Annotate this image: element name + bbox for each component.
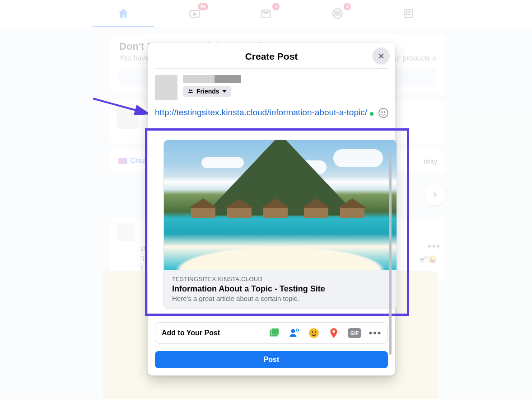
svg-point-7 xyxy=(189,89,191,91)
add-to-post-bar: Add to Your Post GIF ••• xyxy=(155,322,388,344)
add-feeling-button[interactable] xyxy=(308,327,320,339)
svg-point-8 xyxy=(191,90,192,91)
svg-point-17 xyxy=(312,331,313,333)
preview-image xyxy=(164,140,397,270)
svg-point-11 xyxy=(384,112,385,113)
add-tag-button[interactable] xyxy=(288,327,300,339)
emoji-icon xyxy=(378,108,389,118)
modal-close-button[interactable] xyxy=(373,47,390,65)
svg-point-19 xyxy=(332,330,335,333)
create-post-modal: Create Post Friends http://testingsitex.… xyxy=(148,43,395,376)
svg-point-16 xyxy=(309,328,319,338)
friends-icon xyxy=(187,88,194,94)
svg-point-9 xyxy=(379,108,388,117)
modal-header: Create Post xyxy=(155,43,388,69)
modal-title: Create Post xyxy=(155,51,388,62)
add-location-button[interactable] xyxy=(328,327,340,339)
more-options-button[interactable]: ••• xyxy=(369,327,381,339)
audience-label: Friends xyxy=(196,88,219,95)
submit-post-button[interactable]: Post xyxy=(155,351,388,368)
svg-point-18 xyxy=(315,331,316,333)
svg-point-14 xyxy=(291,329,295,333)
photo-icon xyxy=(268,327,280,339)
chevron-down-icon xyxy=(222,90,227,93)
svg-point-10 xyxy=(382,112,383,113)
user-avatar xyxy=(155,75,177,100)
add-to-post-label: Add to Your Post xyxy=(162,329,220,337)
add-photo-button[interactable] xyxy=(268,327,280,339)
preview-domain: TESTINGSITEX.KINSTA.CLOUD xyxy=(172,276,388,282)
audience-selector[interactable]: Friends xyxy=(183,86,231,97)
close-icon xyxy=(377,52,386,61)
post-text-input[interactable]: http://testingsitex.kinsta.cloud/informa… xyxy=(155,108,388,117)
add-gif-button[interactable]: GIF xyxy=(348,328,361,338)
scrollbar-thumb[interactable] xyxy=(389,153,392,355)
composer-body: http://testingsitex.kinsta.cloud/informa… xyxy=(148,100,395,316)
preview-title: Information About a Topic - Testing Site xyxy=(172,284,388,294)
preview-description: Here's a great article about a certain t… xyxy=(172,295,388,302)
emoji-picker-button[interactable] xyxy=(378,108,389,118)
link-preview-card: TESTINGSITEX.KINSTA.CLOUD Information Ab… xyxy=(163,140,397,309)
preview-meta: TESTINGSITEX.KINSTA.CLOUD Information Ab… xyxy=(164,270,397,309)
annotation-highlight: TESTINGSITEX.KINSTA.CLOUD Information Ab… xyxy=(145,128,409,316)
composer-header: Friends xyxy=(148,69,395,100)
svg-rect-13 xyxy=(271,328,279,335)
feeling-icon xyxy=(308,327,320,339)
tag-people-icon xyxy=(288,327,300,339)
status-indicator xyxy=(370,112,373,116)
location-icon xyxy=(328,327,340,339)
user-name-placeholder xyxy=(183,75,241,83)
